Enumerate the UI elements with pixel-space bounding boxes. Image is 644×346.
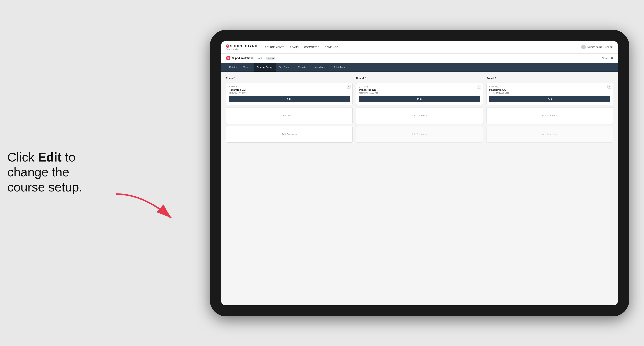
round-1-delete-icon[interactable]: ✕ [347, 85, 350, 89]
round-3-add-text-2: Add Course [542, 133, 555, 136]
round-1-label: Round 1 [226, 77, 352, 80]
round-2-course-card: ✕ (Course A) Peachtree GC Yellow (M) (66… [356, 83, 483, 105]
rounds-grid: Round 1 ✕ (Course A) Peachtree GC Yellow… [226, 77, 613, 143]
user-avatar [581, 45, 586, 49]
round-1-edit-button[interactable]: Edit [229, 96, 350, 102]
round-3-add-plus-2: + [556, 133, 557, 136]
round-2-delete-icon[interactable]: ✕ [477, 85, 481, 89]
round-2-label: Round 2 [356, 77, 483, 80]
round-3-course-tag: (Course A) [489, 86, 610, 88]
top-nav: C SCOREBOARD Powered by clippd TOURNAMEN… [221, 41, 618, 54]
logo-icon: C [226, 44, 229, 48]
round-1-add-plus-2: + [295, 133, 297, 136]
tab-teams[interactable]: Teams [240, 63, 254, 72]
round-3-add-text-1: Add Course [542, 114, 555, 117]
round-1-add-text-1: Add Course [282, 114, 294, 117]
tournament-gender: (Men) [257, 57, 262, 59]
nav-rankings[interactable]: RANKINGS [325, 46, 338, 48]
sub-nav: C Clippd Invitational (Men) Hosting Canc… [221, 54, 618, 63]
round-2-add-plus-2: + [426, 133, 427, 136]
round-1-add-text-2: Add Course [282, 133, 294, 136]
round-3-add-course-2: Add Course + [486, 126, 613, 143]
round-2-add-course-2: Add Course + [356, 126, 483, 143]
tablet-frame: C SCOREBOARD Powered by clippd TOURNAMEN… [210, 30, 629, 316]
sub-nav-c-icon: C [226, 56, 230, 60]
round-1-course-name: Peachtree GC [229, 88, 350, 91]
sub-nav-right: Cancel ✕ [602, 57, 613, 59]
cancel-button[interactable]: Cancel [602, 57, 610, 59]
tab-leaderboards[interactable]: Leaderboards [309, 63, 331, 72]
round-1-add-course-2[interactable]: Add Course + [226, 126, 352, 143]
logo: C SCOREBOARD Powered by clippd [226, 44, 258, 50]
logo-subtitle: Powered by clippd [226, 48, 258, 50]
round-3-course-name: Peachtree GC [489, 88, 610, 91]
tab-tee-groups[interactable]: Tee Groups [276, 63, 295, 72]
sign-out[interactable]: | Sign out [604, 46, 613, 48]
nav-links: TOURNAMENTS TEAMS COMMITTEE RANKINGS [265, 46, 581, 48]
round-1-course-card: ✕ (Course A) Peachtree GC Yellow (M) (66… [226, 83, 352, 105]
round-1-add-course-1[interactable]: Add Course + [226, 107, 352, 124]
instruction-block: Click Edit tochange thecourse setup. [7, 150, 136, 194]
tournament-badge: Hosting [266, 57, 275, 59]
round-2-column: Round 2 ✕ (Course A) Peachtree GC Yellow… [356, 77, 483, 143]
round-3-label: Round 3 [486, 77, 613, 80]
top-nav-right: blair@clippd.io | Sign out [581, 45, 613, 49]
round-2-course-tag: (Course A) [359, 86, 480, 88]
nav-teams[interactable]: TEAMS [290, 46, 299, 48]
tab-printables[interactable]: Printables [331, 63, 348, 72]
round-2-add-course-1[interactable]: Add Course + [356, 107, 483, 124]
nav-tournaments[interactable]: TOURNAMENTS [265, 46, 284, 48]
main-content: Round 1 ✕ (Course A) Peachtree GC Yellow… [221, 72, 618, 305]
tablet-screen: C SCOREBOARD Powered by clippd TOURNAMEN… [221, 41, 618, 305]
round-3-delete-icon[interactable]: ✕ [608, 85, 611, 89]
nav-committee[interactable]: COMMITTEE [304, 46, 320, 48]
tab-course-setup[interactable]: Course Setup [254, 63, 276, 72]
round-2-course-info: Yellow (M) (6629 yds) [359, 92, 480, 94]
round-3-course-card: ✕ (Course A) Peachtree GC Yellow (M) (66… [486, 83, 613, 105]
round-3-column: Round 3 ✕ (Course A) Peachtree GC Yellow… [486, 77, 613, 143]
round-2-course-name: Peachtree GC [359, 88, 480, 91]
round-2-add-text-2: Add Course [412, 133, 425, 136]
tab-bar: Details Teams Course Setup Tee Groups Re… [221, 63, 618, 72]
round-3-course-info: Yellow (M) (6629 yds) [489, 92, 610, 94]
round-1-course-tag: (Course A) [229, 86, 350, 88]
arrow-indicator [107, 190, 180, 223]
round-2-add-text-1: Add Course [412, 114, 425, 117]
close-icon[interactable]: ✕ [611, 57, 613, 59]
round-1-add-plus-1: + [295, 114, 297, 117]
round-1-course-info: Yellow (M) (6629 yds) [229, 92, 350, 94]
round-2-add-plus-1: + [426, 114, 427, 117]
round-3-add-plus-1: + [556, 114, 557, 117]
sub-nav-logo: C Clippd Invitational (Men) Hosting [226, 56, 275, 60]
tournament-name: Clippd Invitational [232, 57, 254, 59]
round-3-edit-button[interactable]: Edit [489, 96, 610, 102]
logo-title: SCOREBOARD [230, 44, 258, 48]
round-2-edit-button[interactable]: Edit [359, 96, 480, 102]
instruction-text: Click Edit tochange thecourse setup. [7, 150, 82, 194]
tab-results[interactable]: Results [295, 63, 309, 72]
user-email: blair@clippd.io [588, 46, 602, 48]
round-1-column: Round 1 ✕ (Course A) Peachtree GC Yellow… [226, 77, 352, 143]
round-3-add-course-1[interactable]: Add Course + [486, 107, 613, 124]
tab-details[interactable]: Details [226, 63, 240, 72]
